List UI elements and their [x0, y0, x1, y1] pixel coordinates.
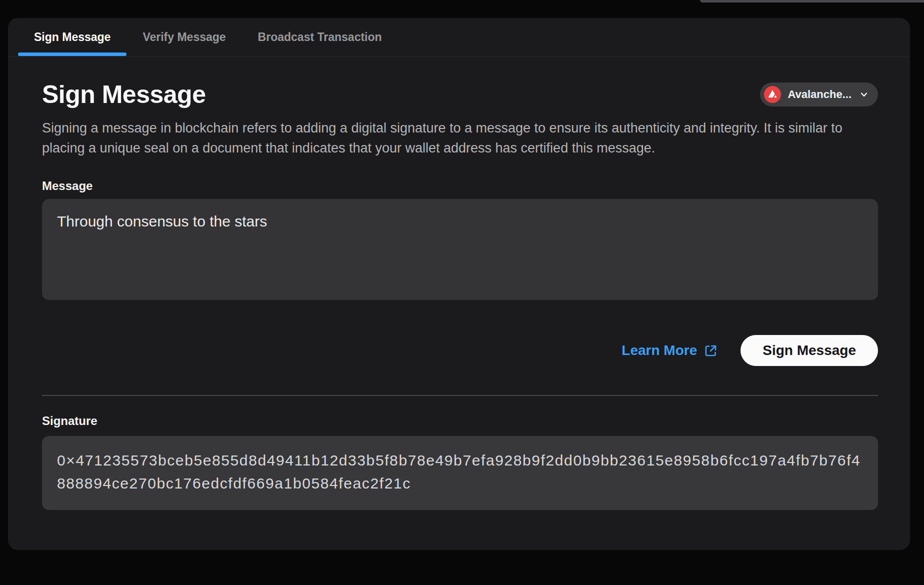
- page-title: Sign Message: [42, 80, 206, 109]
- page-description: Signing a message in blockchain refers t…: [42, 118, 878, 158]
- tab-label: Broadcast Transaction: [258, 30, 382, 44]
- section-divider: [42, 395, 878, 396]
- network-selector-dropdown[interactable]: Avalanche...: [760, 82, 878, 106]
- overlapping-window-edge: [700, 0, 924, 2]
- sign-message-button[interactable]: Sign Message: [740, 335, 878, 366]
- header-row: Sign Message Avalanche...: [42, 80, 878, 109]
- actions-row: Learn More Sign Message: [42, 335, 878, 366]
- signature-label: Signature: [42, 414, 878, 428]
- signature-output: 0×471235573bceb5e855d8d49411b12d33b5f8b7…: [42, 436, 878, 510]
- tab-label: Sign Message: [34, 30, 110, 44]
- learn-more-link[interactable]: Learn More: [622, 342, 718, 358]
- avalanche-logo-icon: [764, 86, 781, 103]
- sign-message-card: Sign Message Verify Message Broadcast Tr…: [8, 18, 910, 550]
- card-content: Sign Message Avalanche... Signing a mess…: [8, 57, 910, 510]
- tab-broadcast-transaction[interactable]: Broadcast Transaction: [242, 18, 398, 56]
- chevron-down-icon: [859, 90, 869, 100]
- message-input[interactable]: Through consensus to the stars: [42, 199, 878, 300]
- tab-label: Verify Message: [142, 30, 226, 44]
- tabbar: Sign Message Verify Message Broadcast Tr…: [8, 18, 910, 57]
- tab-sign-message[interactable]: Sign Message: [18, 18, 126, 56]
- message-label: Message: [42, 179, 878, 193]
- active-tab-indicator: [18, 52, 126, 56]
- external-link-icon: [704, 344, 718, 358]
- tab-verify-message[interactable]: Verify Message: [126, 18, 242, 56]
- network-name: Avalanche...: [788, 88, 852, 101]
- learn-more-label: Learn More: [622, 342, 697, 358]
